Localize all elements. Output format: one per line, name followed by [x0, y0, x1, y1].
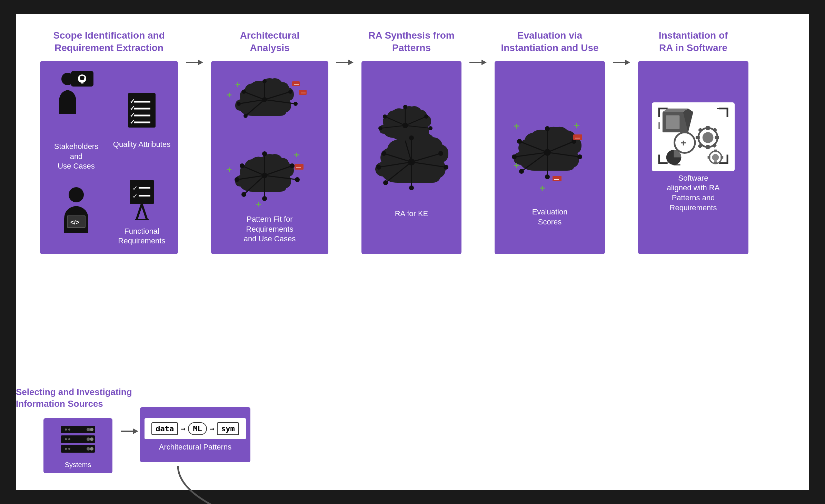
- svg-text:—: —: [554, 177, 559, 182]
- svg-text:—: —: [296, 165, 301, 170]
- arrow-icon-3: [468, 56, 488, 69]
- svg-rect-133: [696, 136, 700, 139]
- bottom-section: Selecting and InvestigatingInformation S…: [37, 380, 788, 476]
- pattern-flow-diagram: data → ML → sym: [145, 418, 246, 439]
- arrow-icon-4: [611, 56, 632, 69]
- svg-marker-121: [625, 60, 630, 65]
- svg-rect-17: [130, 180, 154, 204]
- cloud-network-top-icon: — — + +: [225, 71, 315, 137]
- svg-text:—: —: [575, 135, 580, 141]
- functional-label: FunctionalRequirements: [118, 226, 166, 246]
- cloud-bottom: + — + + Pattern Fit forRequirementsand U…: [225, 143, 315, 244]
- svg-point-13: [69, 187, 84, 202]
- svg-point-157: [65, 438, 67, 440]
- svg-text:+: +: [256, 199, 261, 209]
- svg-rect-141: [714, 150, 717, 152]
- ra-ke-cell: RA for KE: [368, 97, 455, 219]
- cloud-top: — — + +: [225, 71, 315, 137]
- svg-text:+: +: [294, 150, 299, 160]
- svg-text:✓: ✓: [130, 98, 135, 105]
- phase2-column: ArchitecturalAnalysis: [208, 28, 332, 254]
- ra-ke-label: RA for KE: [395, 209, 428, 219]
- arrow-icon-2: [335, 56, 355, 69]
- arrow-3-4: [465, 56, 491, 69]
- svg-point-140: [712, 154, 719, 161]
- arrow-icon-1: [184, 56, 205, 69]
- svg-rect-132: [706, 145, 710, 149]
- systems-column: Selecting and InvestigatingInformation S…: [37, 386, 119, 473]
- arrow-1-2: [181, 56, 208, 69]
- svg-rect-142: [714, 162, 717, 164]
- bottom-arrow-right: [119, 424, 140, 438]
- phase2-box: — — + +: [211, 61, 328, 254]
- svg-text:✓: ✓: [130, 105, 135, 112]
- svg-line-22: [137, 204, 142, 220]
- svg-point-154: [90, 447, 93, 451]
- functional-cell: ✓ ✓ FunctionalRequirements: [112, 178, 171, 246]
- svg-point-151: [90, 437, 93, 441]
- svg-text:</>: </>: [70, 219, 79, 226]
- phase2-label: Pattern Fit forRequirementsand Use Cases: [244, 214, 296, 244]
- svg-text:—: —: [301, 90, 306, 95]
- patterns-label: Architectural Patterns: [159, 443, 231, 452]
- phase4-box: + + — + + — EvaluationScores: [495, 61, 605, 254]
- svg-rect-144: [720, 156, 723, 159]
- bottom-phase-title: Selecting and InvestigatingInformation S…: [16, 386, 140, 410]
- svg-marker-162: [133, 429, 138, 434]
- software-cell: +: [652, 102, 735, 213]
- svg-text:✓: ✓: [132, 193, 138, 200]
- eval-label: EvaluationScores: [532, 207, 568, 227]
- svg-marker-67: [348, 60, 354, 65]
- svg-point-159: [65, 448, 67, 450]
- cloud-network-bottom-icon: + — + +: [225, 143, 315, 212]
- svg-text:✓: ✓: [130, 112, 135, 119]
- svg-text:+: +: [574, 120, 579, 131]
- svg-line-23: [142, 204, 147, 220]
- svg-text:✓: ✓: [130, 119, 135, 125]
- quality-label: Quality Attributes: [113, 140, 170, 150]
- phase2-title: ArchitecturalAnalysis: [240, 28, 300, 56]
- main-diagram: Scope Identification andRequirement Extr…: [16, 14, 809, 490]
- svg-text:+: +: [514, 121, 519, 131]
- svg-point-130: [703, 132, 714, 143]
- sym-box: sym: [217, 422, 239, 435]
- ra-ke-icon: [368, 97, 455, 207]
- svg-point-160: [68, 448, 70, 450]
- svg-point-155: [65, 429, 67, 431]
- svg-point-156: [68, 429, 70, 431]
- systems-box: Systems: [43, 418, 112, 473]
- patterns-box: data → ML → sym Architectural Patterns: [140, 407, 250, 462]
- arrow-2-3: [332, 56, 358, 69]
- functional-icon: ✓ ✓: [123, 178, 161, 223]
- stakeholders-label: Stakeholders andUse Cases: [47, 142, 106, 171]
- phase5-title: Instantiation ofRA in Software: [659, 28, 728, 56]
- systems-icon: [57, 423, 99, 457]
- eval-icon: + + — + + —: [505, 88, 595, 205]
- phase4-title: Evaluation viaInstantiation and Use: [501, 28, 598, 56]
- curved-arrow-icon: [168, 462, 237, 504]
- svg-point-148: [90, 428, 93, 431]
- svg-text:+: +: [235, 79, 240, 90]
- developer-cell: </>: [47, 184, 106, 240]
- stakeholders-icon: [57, 69, 95, 138]
- patterns-column: data → ML → sym Architectural Patterns: [140, 380, 250, 462]
- software-label: Softwarealigned with RAPatterns andRequi…: [667, 173, 720, 213]
- phase4-column: Evaluation viaInstantiation and Use: [491, 28, 608, 254]
- software-gears-icon: +: [657, 107, 729, 167]
- svg-text:+: +: [514, 160, 519, 171]
- svg-rect-135: [698, 128, 703, 132]
- stakeholders-cell: Stakeholders andUse Cases: [47, 69, 106, 171]
- arrow-1: →: [181, 424, 185, 433]
- svg-text:✓: ✓: [132, 185, 138, 192]
- svg-point-147: [87, 428, 90, 431]
- svg-text:+: +: [227, 90, 232, 100]
- svg-text:+: +: [539, 183, 545, 193]
- eval-cell: + + — + + — EvaluationScores: [505, 88, 595, 227]
- svg-point-153: [87, 447, 90, 451]
- svg-text:+: +: [680, 138, 686, 148]
- svg-rect-134: [715, 136, 719, 139]
- svg-text:+: +: [227, 164, 232, 175]
- systems-label: Systems: [65, 461, 91, 469]
- phase1-column: Scope Identification andRequirement Extr…: [37, 28, 181, 254]
- svg-point-150: [87, 437, 90, 441]
